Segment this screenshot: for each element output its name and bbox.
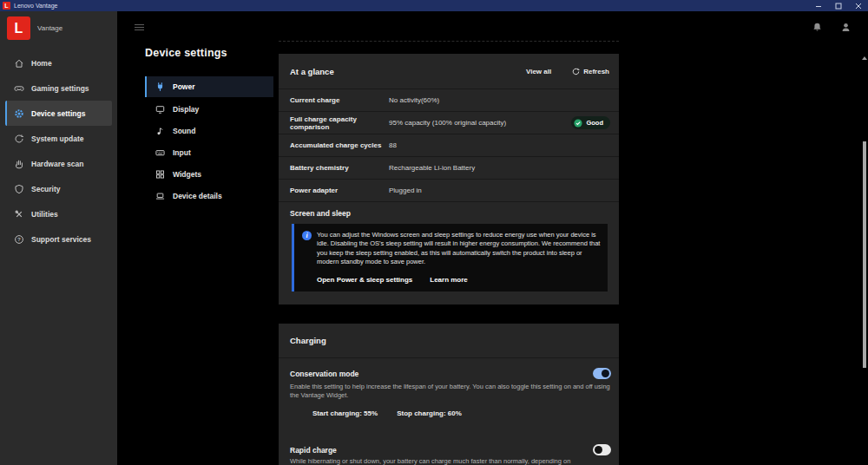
subnav-item-sound[interactable]: Sound (145, 120, 273, 141)
subnav-item-widgets[interactable]: Widgets (145, 163, 273, 185)
card-title: At a glance (290, 67, 526, 76)
row-label: Accumulated charge cycles (290, 141, 389, 149)
row-value: 88 (389, 141, 610, 149)
scrollbar-thumb[interactable] (863, 141, 866, 368)
sidebar-item-device-settings[interactable]: Device settings (5, 101, 112, 126)
sidebar-item-utilities[interactable]: Utilities (0, 201, 117, 226)
scroll-up-arrow-icon[interactable] (862, 56, 867, 60)
at-a-glance-card: At a glance View all Refresh Current cha… (279, 54, 619, 305)
table-row: Current charge No activity(60%) (279, 89, 619, 112)
support-icon: ? (14, 234, 24, 245)
widgets-icon (155, 169, 165, 180)
user-icon (840, 22, 852, 33)
toggle-knob (602, 370, 609, 377)
row-value: No activity(60%) (389, 96, 610, 104)
gear-icon (14, 108, 24, 119)
charging-card: Charging Conservation mode Enable this s… (279, 324, 619, 465)
subnav-item-device-details[interactable]: Device details (145, 185, 273, 206)
row-value: Rechargeable Li-ion Battery (389, 164, 610, 172)
start-charging-value: Start charging: 55% (312, 409, 378, 417)
svg-text:?: ? (17, 236, 21, 242)
window-controls (808, 0, 868, 11)
power-subnav: Power Display Sound Input Widgets (145, 76, 273, 206)
rapid-charge-toggle[interactable] (593, 444, 611, 455)
subnav-item-label: Display (173, 105, 199, 114)
music-note-icon (155, 126, 165, 136)
home-icon (14, 58, 24, 69)
conservation-mode-description: Enable this setting to help increase the… (290, 383, 613, 400)
sidebar-item-support-services[interactable]: ? Support services (0, 226, 117, 252)
main-content: Device settings Power Display Sound Inpu… (117, 11, 868, 465)
sidebar-item-home[interactable]: Home (0, 50, 117, 75)
hardware-scan-icon (14, 159, 24, 169)
table-row: Accumulated charge cycles 88 (279, 134, 619, 157)
collapse-menu-icon[interactable] (135, 24, 144, 32)
minimize-button[interactable] (808, 0, 828, 11)
shield-icon (14, 184, 24, 194)
brand-name: Vantage (37, 24, 62, 32)
stop-charging-value: Stop charging: 60% (397, 409, 462, 417)
row-label: Battery chemistry (290, 164, 389, 172)
subnav-item-label: Device details (173, 192, 222, 200)
sidebar-item-label: System update (31, 134, 83, 143)
conservation-mode-label: Conservation mode (290, 370, 358, 378)
gamepad-icon (14, 83, 24, 94)
power-plug-icon (155, 82, 165, 92)
maximize-icon (835, 3, 842, 10)
sidebar-item-system-update[interactable]: System update (0, 126, 117, 151)
subnav-item-input[interactable]: Input (145, 141, 273, 163)
sidebar-item-gaming-settings[interactable]: Gaming settings (0, 75, 117, 101)
refresh-label: Refresh (583, 68, 609, 75)
at-a-glance-header: At a glance View all Refresh (279, 54, 619, 89)
page-title: Device settings (145, 47, 227, 59)
subnav-item-label: Widgets (173, 170, 201, 179)
sidebar-item-label: Security (31, 185, 61, 193)
keyboard-icon (155, 147, 165, 158)
good-check-icon (574, 119, 582, 128)
minimize-icon (815, 3, 822, 10)
subnav-item-label: Sound (173, 127, 195, 135)
account-button[interactable] (840, 22, 852, 33)
system-update-icon (14, 134, 24, 144)
subnav-item-power[interactable]: Power (145, 76, 273, 97)
sidebar-item-label: Utilities (31, 210, 58, 219)
vertical-scrollbar[interactable] (861, 23, 868, 465)
table-row: Full charge capacity comparison 95% capa… (279, 112, 619, 134)
tip-text: You can adjust the Windows screen and sl… (317, 231, 602, 267)
notifications-button[interactable] (812, 22, 823, 33)
rapid-charge-description: While hibernating or shut down, your bat… (290, 457, 613, 465)
laptop-icon (155, 191, 165, 201)
table-row: Battery chemistry Rechargeable Li-ion Ba… (279, 157, 619, 180)
sidebar-nav: Home Gaming settings Device settings Sys… (0, 50, 117, 252)
close-icon (855, 3, 862, 10)
sidebar-item-security[interactable]: Security (0, 176, 117, 201)
conservation-mode-toggle[interactable] (593, 368, 611, 379)
vantage-logo-icon: L (7, 16, 30, 40)
sidebar: L Vantage Home Gaming settings Device se… (0, 11, 117, 465)
app-logo-icon: L (3, 2, 10, 10)
close-button[interactable] (848, 0, 868, 11)
toggle-knob (595, 446, 602, 454)
row-label: Power adapter (290, 187, 389, 194)
row-value: 95% capacity (100% original capacity) (389, 119, 571, 127)
maximize-button[interactable] (828, 0, 848, 11)
table-row: Power adapter Plugged in (279, 180, 619, 202)
sidebar-item-label: Home (31, 59, 52, 68)
status-badge: Good (571, 116, 610, 129)
badge-label: Good (586, 119, 603, 127)
refresh-button[interactable]: Refresh (572, 68, 609, 75)
brand: L Vantage (0, 11, 117, 40)
sidebar-item-hardware-scan[interactable]: Hardware scan (0, 151, 117, 176)
view-all-link[interactable]: View all (526, 68, 551, 75)
screen-and-sleep-title: Screen and sleep (290, 209, 619, 218)
charging-thresholds: Start charging: 55% Stop charging: 60% (312, 409, 462, 417)
learn-more-link[interactable]: Learn more (430, 276, 468, 284)
open-power-sleep-settings-link[interactable]: Open Power & sleep settings (317, 276, 412, 284)
info-icon: i (302, 231, 312, 240)
row-value: Plugged in (389, 187, 610, 194)
subnav-item-label: Power (173, 82, 195, 91)
subnav-item-display[interactable]: Display (145, 98, 273, 120)
scrolled-card-remnant (279, 41, 619, 42)
sidebar-item-label: Hardware scan (31, 160, 83, 168)
row-label: Current charge (290, 96, 389, 104)
